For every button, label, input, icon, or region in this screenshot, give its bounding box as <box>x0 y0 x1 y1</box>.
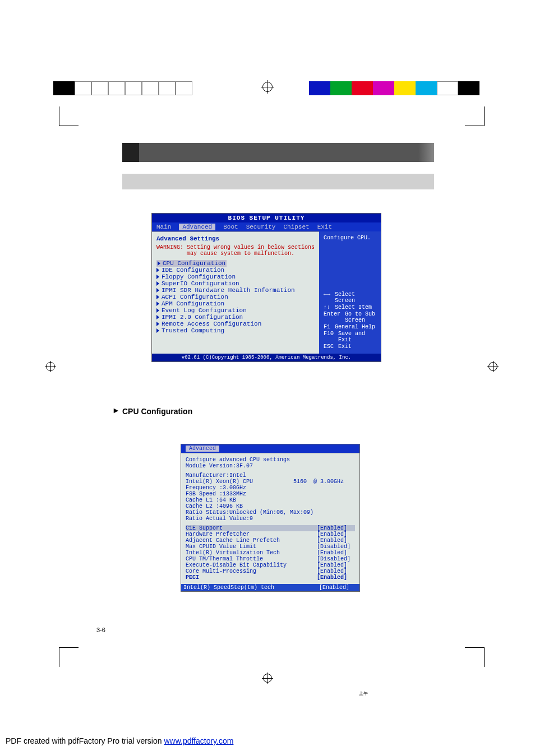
warning-text: WARNING: Setting wrong values in below s… <box>156 244 315 257</box>
bios-body: Advanced Settings WARNING: Setting wrong… <box>152 231 381 354</box>
grey-block <box>125 81 142 95</box>
chinese-timestamp: 上午 <box>359 690 368 697</box>
black-swatch <box>53 81 75 95</box>
blue-swatch <box>309 81 330 95</box>
bios-left-panel: Advanced Settings WARNING: Setting wrong… <box>152 231 319 354</box>
item-cpu-config: CPU Configuration <box>156 260 227 267</box>
cyan-swatch <box>416 81 437 95</box>
info-cache-l1: Cache L1 :64 KB <box>186 497 355 503</box>
bios2-heading: Configure advanced CPU settings <box>186 457 355 463</box>
info-manufacturer: Manufacturer:Intel <box>186 472 355 479</box>
bios-screenshot-2: Advanced Configure advanced CPU settings… <box>181 444 360 592</box>
right-color-segment <box>309 81 479 95</box>
key-save-exit: F10Save and Exit <box>324 331 376 343</box>
bios-title: BIOS SETUP UTILITY <box>152 214 381 222</box>
row-adjacent-cache: Adjacent Cache Line Prefetch[Enabled] <box>186 537 355 544</box>
yellow-swatch <box>394 81 416 95</box>
row-max-cpuid: Max CPUID Value Limit[Disabled] <box>186 544 355 550</box>
grey-block <box>176 81 192 95</box>
left-color-segment <box>53 81 192 95</box>
item-ipmi20-config: IPMI 2.0 Configuration <box>156 314 315 321</box>
grey-block <box>108 81 125 95</box>
item-remote-access: Remote Access Configuration <box>156 321 315 327</box>
item-eventlog-config: Event Log Configuration <box>156 307 315 314</box>
crop-mark-top-right <box>465 106 485 126</box>
key-exit: ESCExit <box>324 344 376 350</box>
item-floppy-config: Floppy Configuration <box>156 273 315 280</box>
key-enter-sub: EnterGo to Sub Screen <box>324 311 376 323</box>
crop-mark-bottom-right <box>465 647 485 667</box>
info-ratio-actual: Ratio Actual Value:9 <box>186 516 355 522</box>
pdf-footer: PDF created with pdfFactory Pro trial ve… <box>6 736 233 745</box>
bios-screenshot-1: BIOS SETUP UTILITY Main Advanced Boot Se… <box>151 213 381 362</box>
cpu-configuration-heading: CPU Configuration <box>122 407 192 416</box>
crop-mark-bottom-left <box>59 647 79 667</box>
row-virtualization: Intel(R) Virtualization Tech[Enabled] <box>186 550 355 556</box>
registration-mark-right <box>487 361 499 372</box>
triangle-right-icon: ► <box>112 406 120 415</box>
row-thermal-throttle: CPU TM/Thermal Throttle[Disabled] <box>186 556 355 562</box>
grey-block <box>159 81 176 95</box>
key-select-item: ↑↓Select Item <box>324 304 376 310</box>
menu-main: Main <box>156 224 171 230</box>
magenta-swatch <box>373 81 394 95</box>
row-speedstep: Intel(R) SpeedStep(tm) tech[Enabled] <box>181 584 359 591</box>
bios2-body: Configure advanced CPU settings Module V… <box>181 453 359 584</box>
black-swatch <box>458 81 479 95</box>
key-select-screen: ←→Select Screen <box>324 291 376 304</box>
registration-mark-left <box>45 361 56 372</box>
menu-boot: Boot <box>223 224 238 230</box>
chapter-header-dark <box>122 143 139 162</box>
row-peci: PECI[Enabled] <box>186 574 355 581</box>
row-c1e-support: C1E Support[Enabled] <box>186 525 355 531</box>
info-ratio-status: Ratio Status:Unlocked (Min:06, Max:09) <box>186 509 355 516</box>
item-apm-config: APM Configuration <box>156 300 315 307</box>
page-number: 3-6 <box>96 627 105 633</box>
bios-right-panel: Configure CPU. ←→Select Screen ↑↓Select … <box>319 231 381 354</box>
section-title-bar <box>122 174 434 189</box>
crop-mark-top-left <box>59 106 79 126</box>
item-acpi-config: ACPI Configuration <box>156 294 315 300</box>
grey-block <box>142 81 159 95</box>
registration-mark-bottom <box>262 672 273 684</box>
key-general-help: F1General Help <box>324 324 376 330</box>
registration-mark-top <box>261 80 274 94</box>
row-hardware-prefetcher: Hardware Prefetcher[Enabled] <box>186 531 355 537</box>
pdf-footer-link[interactable]: www.pdffactory.com <box>164 736 233 745</box>
menu-advanced: Advanced <box>186 446 219 452</box>
pdf-footer-text: PDF created with pdfFactory Pro trial ve… <box>6 736 164 745</box>
row-execute-disable: Execute-Disable Bit Capability[Enabled] <box>186 562 355 568</box>
info-cache-l2: Cache L2 :4096 KB <box>186 503 355 509</box>
bios2-menu-bar: Advanced <box>181 444 359 453</box>
item-superio-config: SuperIO Configuration <box>156 280 315 287</box>
item-ide-config: IDE Configuration <box>156 267 315 273</box>
grey-block <box>75 81 91 95</box>
info-cpu-model: Intel(R) Xeon(R) CPU 5160 @ 3.00GHz <box>186 479 355 485</box>
item-trusted-computing: Trusted Computing <box>156 327 315 334</box>
bios-menu-bar: Main Advanced Boot Security Chipset Exit <box>152 222 381 231</box>
menu-chipset: Chipset <box>283 224 309 230</box>
document-page: BIOS SETUP UTILITY Main Advanced Boot Se… <box>0 0 535 756</box>
menu-exit: Exit <box>317 224 332 230</box>
white-swatch <box>437 81 458 95</box>
chapter-header-bar <box>122 143 434 162</box>
bios-footer: v02.61 (C)Copyright 1985-2006, American … <box>152 354 381 361</box>
configure-cpu-text: Configure CPU. <box>324 235 376 241</box>
item-ipmi-sdr: IPMI SDR Hardware Health Information <box>156 287 315 294</box>
row-core-multi: Core Multi-Processing[Enabled] <box>186 568 355 574</box>
grey-block <box>91 81 108 95</box>
bios2-module-version: Module Version:3F.07 <box>186 463 355 469</box>
info-fsb: FSB Speed :1333MHz <box>186 491 355 497</box>
menu-advanced: Advanced <box>179 224 215 230</box>
red-swatch <box>352 81 373 95</box>
menu-security: Security <box>246 224 276 230</box>
green-swatch <box>330 81 352 95</box>
info-frequency: Frequency :3.00GHz <box>186 485 355 491</box>
advanced-settings-heading: Advanced Settings <box>156 235 315 242</box>
